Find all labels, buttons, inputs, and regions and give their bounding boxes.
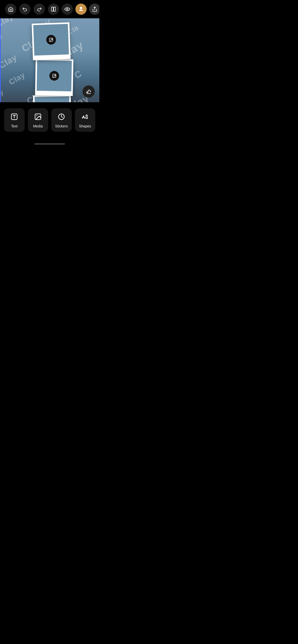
eye-icon: [64, 6, 70, 12]
frames-container: [34, 23, 72, 102]
add-photo-button-2[interactable]: [49, 71, 59, 81]
text-tool-icon: [10, 113, 18, 122]
user-icon: [78, 6, 84, 12]
svg-point-20: [36, 115, 37, 116]
share-icon: [92, 6, 98, 12]
home-icon: [8, 6, 13, 12]
undo-icon: [22, 6, 28, 12]
svg-rect-1: [54, 7, 56, 11]
text-tool-label: Text: [11, 124, 18, 128]
remove-watermark-button[interactable]: [83, 85, 95, 98]
redo-icon: [36, 6, 42, 12]
stickers-tool-icon: [58, 113, 65, 122]
svg-point-23: [86, 117, 88, 119]
svg-point-9: [53, 75, 54, 75]
shapes-tool-icon: [81, 113, 89, 122]
photo-frame-3[interactable]: [33, 95, 71, 102]
svg-point-2: [66, 8, 68, 10]
canvas-area: Clay Clay Cla lay Clay Clay Clay Clay C …: [0, 18, 99, 102]
shapes-tool-label: Shapes: [79, 124, 91, 128]
toolbar-right: [48, 4, 99, 15]
home-indicator-bar: [34, 143, 65, 144]
share-button[interactable]: [89, 4, 99, 15]
home-button[interactable]: [5, 4, 16, 15]
redo-button[interactable]: [34, 4, 45, 15]
stickers-tool-label: Stickers: [55, 124, 68, 128]
user-button[interactable]: [75, 4, 87, 15]
add-photo-button-1[interactable]: [46, 35, 56, 45]
add-photo-icon-2: [52, 74, 56, 78]
text-tool-button[interactable]: Text: [4, 108, 25, 132]
photo-frame-1[interactable]: [32, 22, 71, 60]
toolbar: [0, 0, 99, 18]
split-icon: [51, 6, 56, 12]
media-tool-label: Media: [33, 124, 43, 128]
home-indicator: [0, 141, 99, 146]
tools-section: Text Media Stickers: [0, 102, 99, 141]
preview-button[interactable]: [62, 4, 73, 15]
toolbar-left: [5, 4, 45, 15]
add-photo-icon-1: [49, 37, 53, 42]
svg-rect-0: [51, 7, 53, 11]
media-tool-icon: [34, 113, 42, 122]
split-view-button[interactable]: [48, 4, 59, 15]
eraser-icon: [86, 89, 92, 95]
undo-button[interactable]: [19, 4, 31, 15]
stickers-tool-button[interactable]: Stickers: [51, 108, 72, 132]
photo-inner-2: [36, 60, 72, 91]
media-tool-button[interactable]: Media: [28, 108, 48, 132]
tools-grid: Text Media Stickers: [4, 108, 95, 132]
photo-inner-3: [34, 96, 70, 102]
svg-point-5: [50, 39, 50, 39]
photo-inner-1: [33, 24, 69, 56]
shapes-tool-button[interactable]: Shapes: [75, 108, 96, 132]
photo-frame-2[interactable]: [35, 59, 73, 96]
